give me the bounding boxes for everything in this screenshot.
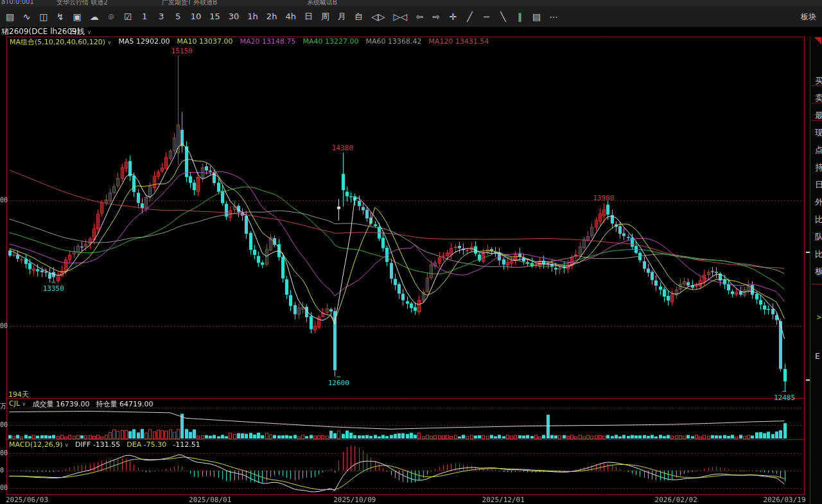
status-quote-feed: 文华云行情 联通2 [57, 0, 108, 6]
volume-axis-label: 00 [0, 421, 8, 429]
parallel-lines-icon[interactable]: ∥ [516, 7, 524, 26]
period-button-周[interactable]: 周 [321, 7, 329, 26]
more-tools-icon[interactable]: ⋯ [549, 7, 558, 26]
price-axis-label: 00 [0, 196, 8, 204]
volume-indicator-header: CJL ∨ 成交量 16739.00 持仓量 64719.00 [9, 399, 153, 409]
ma-value-1: MA10 13037.00 [177, 37, 233, 47]
ma-value-3: MA40 13227.00 [303, 37, 359, 47]
divider [811, 103, 822, 103]
ma-settings-dropdown[interactable]: MA组合(5,10,20,40,60,120) ∨ [10, 37, 112, 47]
right-panel-tab[interactable]: 队 [815, 231, 822, 243]
chevron-down-icon: ∨ [105, 39, 111, 46]
price-annotation-13350: 13350 [43, 284, 64, 293]
chevron-down-icon: ∨ [87, 29, 92, 35]
corner-marker-icon [814, 37, 821, 44]
period-button-日[interactable]: 日 [304, 7, 313, 26]
period-dropdown[interactable]: 日线 ∨ [69, 27, 91, 37]
right-panel-tab[interactable]: E [815, 351, 822, 361]
text-note-icon[interactable]: ▤ [532, 7, 541, 26]
ma-indicator-header: MA组合(5,10,20,40,60,120) ∨ MA5 12902.00MA… [10, 37, 489, 47]
horizontal-line-icon[interactable]: ─ [482, 7, 491, 26]
price-annotation-12485: 12485 [774, 394, 795, 402]
period-button-15[interactable]: 15 [209, 7, 220, 26]
volume-axis-label: 万 [0, 403, 6, 410]
period-button-3[interactable]: 3 [157, 7, 166, 26]
price-axis-label: 00 [0, 322, 8, 330]
right-panel-tab[interactable]: ＞ [815, 311, 822, 323]
flash-chart-icon[interactable]: ↯ [56, 7, 64, 26]
page-left-icon[interactable]: ⇦ [415, 7, 424, 26]
price-annotation-15150: 15150 [171, 47, 193, 55]
period-button-10[interactable]: 10 [191, 7, 202, 26]
candlestick-chart-icon[interactable]: ◫ [39, 7, 48, 26]
trendline-icon[interactable]: ╱ [466, 7, 474, 26]
window-status-bar: aT0:0:001 文华云行情 联通2 广发期货T 外联通B 系统喊话B [0, 0, 822, 6]
alert-bell-icon[interactable]: ⌾ [107, 7, 116, 26]
right-panel-tab[interactable]: 持 [815, 162, 822, 173]
expand-bars-icon[interactable]: ▷◁ [393, 7, 407, 26]
price-annotation-12600: 12600 [328, 379, 349, 387]
compress-bars-icon[interactable]: ◁▷ [371, 7, 385, 26]
right-panel-tab[interactable]: 现 [815, 127, 822, 139]
period-button-30[interactable]: 30 [229, 7, 240, 26]
status-id: aT0:0:001 [1, 0, 34, 5]
ma-value-5: MA120 13431.54 [429, 37, 489, 47]
divider [811, 120, 822, 121]
price-annotation-14380: 14380 [332, 144, 353, 152]
ma-value-2: MA20 13148.75 [240, 37, 296, 47]
date-axis-label: 2025/10/09 [333, 496, 376, 504]
right-panel-tab[interactable]: 比 [815, 214, 822, 225]
ma-value-0: MA5 12902.00 [119, 37, 170, 47]
date-axis-label: 2025/08/01 [189, 496, 231, 504]
macd-axis-label: 0 [0, 467, 4, 474]
macd-axis-label: 00 [0, 449, 8, 457]
crosshair-icon[interactable]: ✛ [449, 7, 457, 26]
date-axis-label: 2025/06/03 [6, 496, 48, 504]
price-annotation-13980: 13980 [593, 194, 615, 202]
right-side-panel: 买卖最现点持日外比队比板＞E [810, 37, 822, 504]
ma-value-4: MA60 13368.42 [366, 37, 422, 47]
period-button-月[interactable]: 月 [338, 7, 346, 26]
right-panel-tab[interactable]: 点 [815, 144, 822, 156]
macd-indicator-header: MACD(12,26,9) ∨ DIFF -131.55 DEA -75.30 … [9, 440, 200, 449]
arrow-line-icon[interactable]: ╲ [499, 7, 507, 26]
date-axis-label: 2025/12/01 [482, 496, 525, 504]
right-panel-tab[interactable]: 比 [815, 248, 822, 260]
period-button-2h[interactable]: 2h [267, 7, 277, 26]
status-broker-feed: 广发期货T 外联通B [162, 0, 217, 6]
time-chart-icon[interactable]: ∿ [22, 7, 31, 26]
period-button-1[interactable]: 1 [141, 7, 149, 26]
chevron-down-icon: ∨ [20, 401, 26, 407]
mini-chart-icon[interactable]: ☑ [124, 7, 132, 26]
period-button-自[interactable]: 自 [354, 7, 363, 26]
macd-axis-label: 00 [0, 484, 8, 492]
contract-title: 猪2609(DCE lh2609) [1, 27, 80, 37]
cloud-data-icon[interactable]: ☁ [90, 7, 99, 26]
right-panel-tab[interactable]: 板 [815, 266, 822, 277]
price-chart-canvas[interactable] [0, 0, 822, 504]
period-button-1h[interactable]: 1h [247, 7, 258, 26]
chevron-down-icon: ∨ [63, 442, 69, 448]
right-panel-tab[interactable]: 日 [815, 179, 822, 191]
right-panel-tab[interactable]: 外 [815, 196, 822, 208]
status-system-msg: 系统喊话B [307, 0, 337, 6]
trading-app-window: aT0:0:001 文华云行情 联通2 广发期货T 外联通B 系统喊话B ▤∿◫… [0, 0, 822, 504]
visible-days-label: 194天 [8, 390, 29, 399]
macd-dropdown[interactable]: MACD(12,26,9) ∨ [9, 440, 69, 449]
cjl-dropdown[interactable]: CJL ∨ [9, 399, 26, 409]
period-button-5[interactable]: 5 [174, 7, 182, 26]
market-depth-icon[interactable]: ▣ [73, 7, 81, 26]
macd-dea-value: DEA -75.30 [127, 440, 166, 449]
divider [811, 85, 822, 86]
date-axis-label: 2026/03/19 [763, 496, 805, 504]
blocks-button[interactable]: 板块 [801, 6, 816, 27]
page-right-icon[interactable]: ⇨ [432, 7, 441, 26]
quote-board-icon[interactable]: ▤ [6, 7, 14, 26]
volume-value: 成交量 16739.00 [33, 399, 90, 409]
divider [811, 284, 822, 284]
macd-bar-value: -112.51 [173, 440, 200, 449]
period-button-4h[interactable]: 4h [285, 7, 296, 26]
date-axis-label: 2026/02/02 [655, 496, 697, 504]
open-interest-value: 持仓量 64719.00 [96, 399, 153, 409]
main-toolbar: ▤∿◫↯▣☁⌾☑1351015301h2h4h日周月自◁▷▷◁⇦⇨✛╱─╲∥▤⋯ [0, 6, 822, 27]
